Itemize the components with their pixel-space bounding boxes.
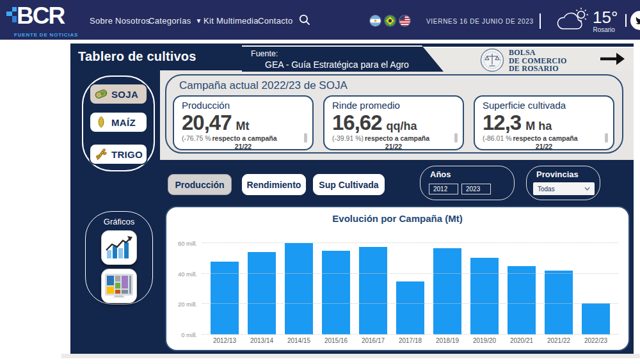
treemap-icon [105, 274, 133, 298]
card-scrollbar[interactable] [605, 133, 608, 143]
card-delta-tail: 21/22 [483, 143, 605, 150]
weather-widget: 15° Rosario [556, 8, 618, 33]
tab-rendimiento[interactable]: Rendimiento [242, 174, 306, 195]
summary-section: Campaña actual 2022/23 de SOJA Producció… [160, 70, 634, 160]
chevron-down-icon: ▼ [196, 17, 202, 24]
search-icon[interactable] [298, 13, 311, 28]
chart-bar-slot [429, 235, 466, 335]
card-delta: (-86.01 %respecto a campaña [483, 134, 605, 142]
crop-button-trigo[interactable]: TRIGO [89, 143, 148, 165]
nav-item-contacto[interactable]: Contacto [258, 16, 292, 26]
provinces-dropdown[interactable]: Todas [533, 182, 595, 195]
gridline [202, 242, 618, 243]
card-value: 20,47 [182, 111, 232, 134]
brand-subtitle: FUENTE DE NOTICIAS [14, 32, 78, 38]
x-tick-label: 2016/17 [355, 337, 392, 344]
graficos-panel: Gráficos [85, 211, 153, 305]
twitter-icon[interactable] [630, 11, 640, 30]
nav-date: VIERNES 16 DE JUNIO DE 2023 [426, 18, 534, 25]
chart-bar-slot [317, 235, 355, 335]
graficos-label: Gráficos [86, 217, 152, 226]
card-scrollbar[interactable] [304, 133, 307, 143]
y-tick-label: 60 mill. [178, 239, 197, 246]
nav-item-sobre-nosotros[interactable]: Sobre Nosotros [90, 16, 150, 26]
chart-bar[interactable] [322, 251, 350, 335]
x-tick-label: 2012/13 [206, 337, 243, 344]
language-flags [370, 15, 410, 26]
year-from-input[interactable] [429, 184, 458, 194]
card-value: 12,3 [483, 111, 521, 134]
nav-divider [625, 14, 627, 27]
summary-title: Campaña actual 2022/23 de SOJA [179, 79, 348, 92]
brand-word: BCR [17, 3, 64, 29]
chart-bar[interactable] [396, 281, 424, 335]
nav-item-kit-multimedia[interactable]: Kit Multimedia [204, 16, 259, 26]
provinces-label: Provincias [536, 170, 579, 179]
flag-brazil-icon[interactable] [385, 15, 396, 26]
dropdown-chevron-icon [584, 187, 590, 191]
chart-bar-slot [243, 235, 280, 335]
crop-button-maiz[interactable]: MAÍZ [89, 111, 148, 133]
chart-bar[interactable] [359, 247, 387, 335]
chart-bar-slot [577, 235, 614, 335]
card-label: Rinde promedio [332, 100, 455, 111]
x-tick-label: 2019/20 [466, 337, 503, 344]
cloud-sun-icon [556, 8, 590, 33]
crop-button-soja[interactable]: SOJA [89, 83, 148, 105]
chart-bars [202, 235, 618, 335]
card-unit: qq/ha [387, 120, 417, 133]
card-scrollbar[interactable] [454, 133, 458, 143]
tab-produccion[interactable]: Producción [168, 174, 232, 195]
year-to-input[interactable] [461, 184, 491, 194]
bar-chart-view-button[interactable] [101, 230, 137, 265]
chart-bar-slot [466, 235, 503, 335]
years-label: Años [430, 170, 451, 179]
chart-title: Evolución por Campaña (Mt) [166, 213, 628, 224]
chart-bar[interactable] [285, 243, 313, 335]
evolution-chart-card: Evolución por Campaña (Mt) 0 mill.20 mil… [165, 206, 630, 351]
tablero-dashboard: Tablero de cultivos Fuente: GEA - Guía E… [70, 44, 634, 354]
gridline [202, 273, 618, 274]
wheat-icon [93, 146, 109, 162]
card-label: Producción [182, 100, 305, 111]
chart-x-labels: 2012/132013/142014/152015/162016/172017/… [206, 337, 614, 344]
card-rinde: Rinde promedio 16,62 qq/ha (-39.91 %)res… [323, 95, 464, 150]
page-body: Tablero de cultivos Fuente: GEA - Guía E… [0, 40, 640, 354]
y-tick-label: 20 mill. [178, 301, 197, 308]
x-tick-label: 2018/19 [429, 337, 466, 344]
nav-item-categorias[interactable]: Categorías▼ [148, 16, 202, 26]
card-delta-tail: 21/22 [182, 143, 305, 150]
card-delta: (-76.75 %respecto a campaña [182, 134, 305, 142]
weather-temp: 15° [593, 8, 618, 27]
flag-usa-icon[interactable] [399, 15, 410, 26]
soybean-icon [93, 86, 109, 102]
provinces-selected-value: Todas [538, 186, 555, 193]
bcr-logo[interactable]: BCR FUENTE DE NOTICIAS [6, 3, 77, 29]
chart-bar[interactable] [545, 271, 573, 335]
chart-bar[interactable] [433, 248, 461, 335]
top-navigation: BCR FUENTE DE NOTICIAS Sobre Nosotros Ca… [0, 0, 640, 40]
chart-bar[interactable] [470, 258, 499, 335]
card-delta: (-39.91 %)respecto a campaña [332, 134, 455, 142]
weather-city: Rosario [590, 26, 618, 33]
next-arrow-icon[interactable] [599, 52, 626, 68]
chart-bar[interactable] [248, 252, 276, 335]
corn-icon [93, 115, 109, 130]
dashboard-title: Tablero de cultivos [78, 49, 196, 64]
card-label: Superficie cultivada [483, 100, 605, 111]
x-tick-label: 2015/16 [317, 337, 355, 344]
tab-sup-cultivada[interactable]: Sup Cultivada [313, 174, 385, 195]
chart-bar[interactable] [508, 266, 536, 335]
card-unit: Mt [236, 120, 250, 133]
chart-bar-slot [280, 235, 317, 335]
nav-divider [540, 13, 541, 29]
gridline [202, 303, 618, 304]
flag-argentina-icon[interactable] [370, 15, 381, 26]
card-unit: M ha [525, 120, 552, 133]
org-name: BOLSA DE COMERCIO DE ROSARIO [509, 48, 567, 73]
growth-chart-icon [105, 235, 133, 260]
chart-bar-slot [206, 235, 243, 335]
chart-bar[interactable] [582, 303, 610, 335]
provinces-filter-group: Provincias Todas [526, 166, 600, 200]
treemap-view-button[interactable] [101, 269, 137, 303]
